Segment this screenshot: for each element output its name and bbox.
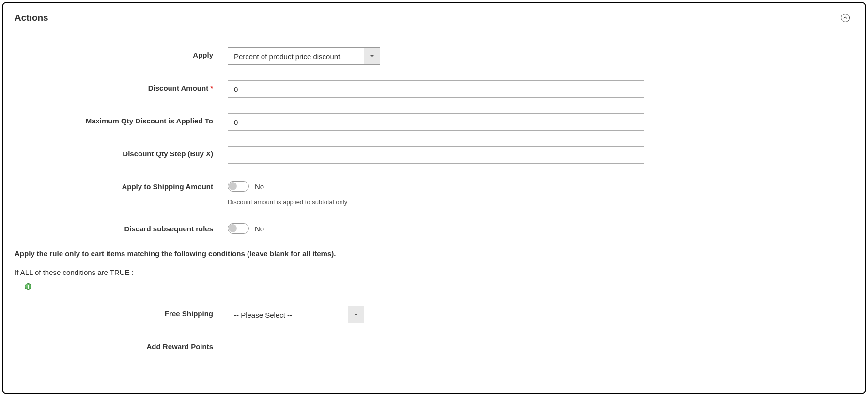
actions-panel: Actions Apply Percent of product price d… (2, 2, 866, 394)
discard-rules-row: Discard subsequent rules No (15, 221, 853, 234)
conditions-line: If ALL of these conditions are TRUE : (15, 268, 853, 276)
discount-amount-label: Discount Amount* (15, 80, 228, 92)
apply-row: Apply Percent of product price discount (15, 47, 853, 65)
conditions-value[interactable]: TRUE (110, 268, 130, 276)
apply-shipping-label: Apply to Shipping Amount (15, 179, 228, 191)
conditions-aggregator[interactable]: ALL (20, 268, 33, 276)
apply-select[interactable]: Percent of product price discount (228, 47, 380, 65)
free-shipping-label: Free Shipping (15, 306, 228, 318)
discard-rules-label: Discard subsequent rules (15, 221, 228, 233)
free-shipping-select[interactable]: -- Please Select -- (228, 306, 364, 323)
discard-rules-toggle[interactable] (228, 223, 249, 234)
qty-step-label: Discount Qty Step (Buy X) (15, 146, 228, 158)
reward-points-label: Add Reward Points (15, 339, 228, 350)
free-shipping-row: Free Shipping -- Please Select -- (15, 306, 853, 323)
required-asterisk: * (210, 84, 213, 92)
conditions-tree (15, 283, 853, 292)
qty-step-input[interactable] (228, 146, 644, 164)
apply-label: Apply (15, 47, 228, 59)
apply-shipping-state: No (255, 183, 264, 191)
discount-amount-row: Discount Amount* (15, 80, 853, 98)
discount-amount-input[interactable] (228, 80, 644, 98)
apply-shipping-toggle[interactable] (228, 181, 249, 192)
qty-step-row: Discount Qty Step (Buy X) (15, 146, 853, 164)
max-qty-input[interactable] (228, 113, 644, 131)
max-qty-row: Maximum Qty Discount is Applied To (15, 113, 853, 131)
apply-select-value: Percent of product price discount (228, 48, 364, 64)
collapse-panel-button[interactable] (841, 14, 850, 22)
chevron-up-icon (843, 16, 847, 20)
panel-title: Actions (15, 13, 48, 23)
conditions-section: Apply the rule only to cart items matchi… (15, 249, 853, 292)
panel-header: Actions (15, 13, 853, 23)
chevron-down-icon (348, 306, 364, 323)
toggle-knob (229, 224, 237, 232)
discard-rules-state: No (255, 225, 264, 233)
reward-points-row: Add Reward Points (15, 339, 853, 356)
reward-points-input[interactable] (228, 339, 644, 356)
add-condition-button[interactable] (25, 283, 31, 290)
conditions-title: Apply the rule only to cart items matchi… (15, 249, 853, 258)
chevron-down-icon (364, 48, 380, 64)
toggle-knob (229, 182, 237, 190)
max-qty-label: Maximum Qty Discount is Applied To (15, 113, 228, 125)
apply-shipping-help: Discount amount is applied to subtotal o… (228, 198, 347, 206)
free-shipping-select-value: -- Please Select -- (228, 306, 348, 323)
apply-shipping-row: Apply to Shipping Amount No Discount amo… (15, 179, 853, 206)
